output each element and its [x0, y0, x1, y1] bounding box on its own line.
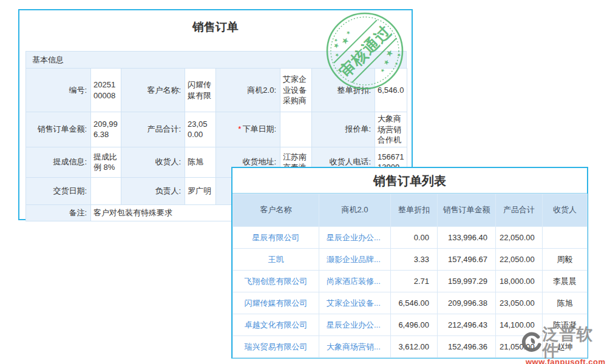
fanpu-watermark: 泛普软件 www.fanpusoft.com: [521, 326, 606, 364]
field-label-owner: 负责人:: [121, 177, 185, 204]
field-value-opportunity: 艾家企业设备采购商: [280, 69, 312, 112]
cell-consignee: 周毅: [543, 249, 588, 271]
cell-order-amount: 133,996.40: [438, 227, 496, 249]
list-title: 销售订单列表: [232, 168, 587, 194]
cell-discount: 6,546.00: [391, 292, 438, 314]
table-row: 王凯 灏影企业品牌... 3.33 157,496.67 22,050.00 周…: [233, 249, 588, 271]
cell-discount: 6,496.00: [391, 314, 438, 336]
cell-opportunity: 大象商场营销...: [319, 336, 391, 358]
approval-stamp: 审核通过 ★ ★ ★ ★ ★ ★ ★ ★ ★ ★: [325, 11, 405, 91]
cell-order-amount: 157,496.67: [438, 249, 496, 271]
column-header-consignee: 收货人: [543, 194, 588, 227]
column-header-order-amount: 销售订单金额: [438, 194, 496, 227]
stamp-star-icon: ★: [379, 67, 386, 73]
cell-consignee: 陈旭: [543, 292, 588, 314]
field-label-consignee: 收货人:: [121, 147, 185, 177]
field-value-commission: 提成比例 8%: [91, 147, 121, 177]
form-row: 销售订单金额: 209,996.38 产品合计: 23,050.00 *下单日期…: [26, 112, 407, 147]
cell-opportunity: 星辰企业办公...: [319, 314, 391, 336]
field-value-owner: 罗广明: [185, 177, 216, 204]
required-asterisk: *: [238, 124, 241, 133]
cell-discount: 3,612.00: [391, 336, 438, 358]
cell-order-amount: 209,996.38: [438, 292, 496, 314]
table-row: 星辰有限公司 星辰企业办公... 0.00 133,996.40 22,050.…: [233, 227, 588, 249]
page: 销售订单 基本信息 编号: 2025100008 客户名称: 闪耀传媒有限 商机…: [0, 0, 607, 364]
opportunity-link[interactable]: 星辰企业办公...: [327, 320, 381, 329]
field-value-product-total: 23,050.00: [185, 112, 216, 147]
cell-product-total: 23,050.00: [496, 292, 543, 314]
list-header-row: 客户名称 商机2.0 整单折扣 销售订单金额 产品合计 收货人: [233, 194, 588, 227]
field-label-product-total: 产品合计:: [121, 112, 185, 147]
stamp-star-icon: ★: [345, 29, 351, 36]
field-value-delivery-date: [91, 177, 121, 204]
field-label-delivery-date: 交货日期:: [26, 177, 91, 204]
field-label-commission: 提成信息:: [26, 147, 91, 177]
cell-order-amount: 152,496.36: [438, 336, 496, 358]
cell-consignee: [543, 227, 588, 249]
cell-discount: 3.33: [391, 249, 438, 271]
field-label-remark: 备注:: [26, 204, 91, 221]
cell-consignee: 李晨晨: [543, 271, 588, 292]
field-label-customer: 客户名称:: [121, 69, 185, 112]
customer-link[interactable]: 星辰有限公司: [253, 233, 300, 242]
fanpu-logo-icon: [521, 331, 542, 354]
field-value-consignee: 陈旭: [185, 147, 216, 177]
customer-link[interactable]: 飞翔创意有限公司: [245, 277, 308, 286]
column-header-product-total: 产品合计: [496, 194, 543, 227]
table-row: 飞翔创意有限公司 尚家酒店装修... 2.71 159,997.29 18,00…: [233, 271, 588, 292]
cell-product-total: 18,000.00: [496, 271, 543, 292]
field-label-opportunity: 商机2.0:: [216, 69, 280, 112]
stamp-star-icon: ★: [393, 61, 399, 66]
cell-order-amount: 212,496.43: [438, 314, 496, 336]
fanpu-brand-text: 泛普软件: [542, 326, 606, 359]
cell-opportunity: 尚家酒店装修...: [319, 271, 391, 292]
field-value-customer: 闪耀传媒有限: [185, 69, 216, 112]
cell-customer: 闪耀传媒有限公司: [233, 292, 319, 314]
cell-customer: 飞翔创意有限公司: [233, 271, 319, 292]
cell-discount: 2.71: [391, 271, 438, 292]
field-value-number: 2025100008: [91, 69, 121, 112]
customer-link[interactable]: 卓越文化有限公司: [245, 320, 308, 329]
column-header-customer: 客户名称: [233, 194, 319, 227]
field-label-number: 编号:: [26, 69, 91, 112]
field-value-quotation: 大象商场营销合作机: [375, 112, 407, 147]
cell-customer: 星辰有限公司: [233, 227, 319, 249]
cell-opportunity: 星辰企业办公...: [319, 227, 391, 249]
customer-link[interactable]: 闪耀传媒有限公司: [245, 298, 308, 308]
cell-customer: 王凯: [233, 249, 319, 271]
cell-customer: 卓越文化有限公司: [233, 314, 319, 336]
opportunity-link[interactable]: 尚家酒店装修...: [327, 277, 381, 286]
field-label-order-date: *下单日期:: [216, 112, 280, 147]
customer-link[interactable]: 王凯: [268, 255, 284, 264]
field-label-order-amount: 销售订单金额:: [26, 112, 91, 147]
table-row: 闪耀传媒有限公司 艾家企业设备... 6,546.00 209,996.38 2…: [233, 292, 588, 314]
opportunity-link[interactable]: 灏影企业品牌...: [327, 255, 381, 264]
stamp-star-icon: ★: [339, 35, 351, 47]
cell-order-amount: 159,997.29: [438, 271, 496, 292]
cell-product-total: 22,050.00: [496, 249, 543, 271]
customer-link[interactable]: 瑞兴贸易有限公司: [245, 342, 308, 351]
cell-opportunity: 灏影企业品牌...: [319, 249, 391, 271]
field-label-quotation: 报价单:: [312, 112, 375, 147]
field-value-order-date: [280, 112, 312, 147]
cell-product-total: 22,050.00: [496, 227, 543, 249]
column-header-opportunity: 商机2.0: [319, 194, 391, 227]
cell-opportunity: 艾家企业设备...: [319, 292, 391, 314]
column-header-discount: 整单折扣: [391, 194, 438, 227]
opportunity-link[interactable]: 艾家企业设备...: [327, 298, 381, 308]
fanpu-watermark-row: 泛普软件: [521, 326, 606, 359]
cell-discount: 0.00: [391, 227, 438, 249]
opportunity-link[interactable]: 大象商场营销...: [327, 342, 381, 351]
field-label-order-date-text: 下单日期:: [242, 124, 276, 133]
opportunity-link[interactable]: 星辰企业办公...: [327, 233, 381, 242]
fanpu-url-text: www.fanpusoft.com: [526, 357, 606, 364]
field-value-order-amount: 209,996.38: [91, 112, 121, 147]
cell-customer: 瑞兴贸易有限公司: [233, 336, 319, 358]
